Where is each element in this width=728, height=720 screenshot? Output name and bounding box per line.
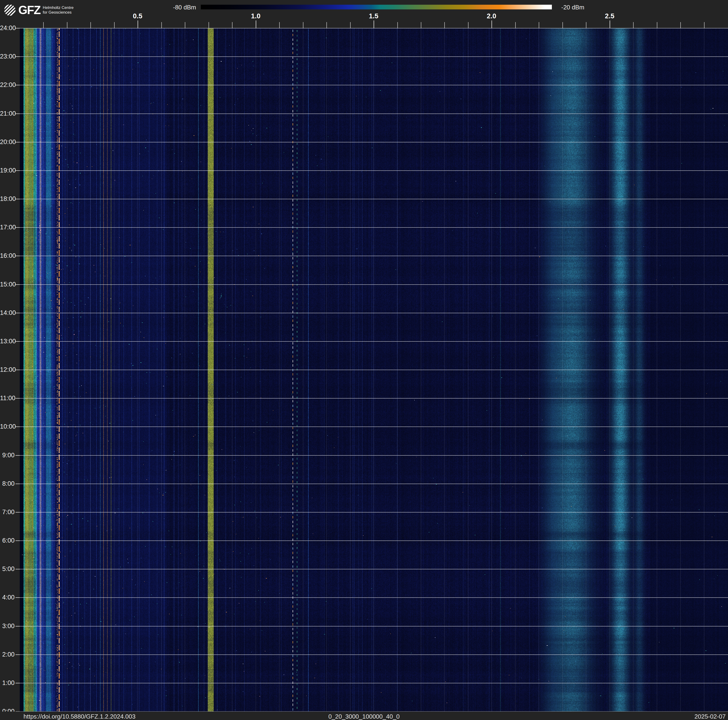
hour-gridline [20, 170, 728, 171]
time-tick [15, 227, 20, 228]
time-tick [15, 569, 20, 569]
time-tick [15, 199, 20, 199]
hour-gridline [20, 398, 728, 398]
logo-subtitle-line2: for Geosciences [43, 10, 73, 15]
time-tick [15, 57, 20, 57]
hour-gridline [20, 199, 728, 199]
time-tick [15, 341, 20, 342]
hour-gridline [20, 28, 728, 28]
freq-tick [43, 22, 44, 28]
colorbar [201, 5, 552, 9]
freq-tick [397, 22, 398, 28]
freq-tick [610, 20, 610, 28]
freq-gridline [279, 28, 280, 712]
hour-gridline [20, 626, 728, 627]
freq-tick [303, 22, 303, 28]
hour-gridline [20, 654, 728, 655]
freq-axis-label: 2.5 [600, 12, 619, 20]
gfz-logo-icon [4, 5, 15, 16]
freq-tick [279, 22, 280, 28]
freq-tick [208, 22, 209, 28]
time-axis-label: 16:00 [0, 252, 15, 259]
freq-gridline [657, 28, 657, 712]
hour-gridline [20, 370, 728, 370]
freq-tick [563, 22, 563, 28]
freq-tick [114, 22, 115, 28]
freq-gridline [114, 28, 115, 712]
freq-gridline [350, 28, 350, 712]
freq-tick [326, 22, 327, 28]
logo-text: GFZ [18, 3, 40, 17]
freq-tick [256, 20, 256, 28]
time-axis-label: 10:00 [0, 423, 15, 430]
time-axis-label: 17:00 [0, 224, 15, 231]
colorbar-min-label: -80 dBm [162, 4, 196, 11]
hour-gridline [20, 256, 728, 256]
time-tick [15, 28, 20, 28]
hour-gridline [20, 57, 728, 57]
freq-gridline [208, 28, 209, 712]
time-tick [15, 142, 20, 142]
hour-gridline [20, 541, 728, 541]
freq-tick [539, 22, 539, 28]
freq-tick [185, 22, 185, 28]
freq-tick [680, 22, 681, 28]
freq-tick [468, 22, 468, 28]
freq-tick [633, 22, 633, 28]
time-axis-label: 21:00 [0, 110, 15, 117]
freq-gridline [586, 28, 586, 712]
freq-gridline [610, 28, 610, 712]
freq-axis-label: 0.5 [128, 12, 147, 20]
time-tick [15, 113, 20, 114]
hour-gridline [20, 227, 728, 228]
time-axis-label: 4:00 [0, 594, 15, 601]
time-tick [15, 85, 20, 85]
freq-axis-label: 2.0 [482, 12, 501, 20]
hour-gridline [20, 455, 728, 456]
freq-tick [586, 22, 586, 28]
freq-gridline [326, 28, 327, 712]
time-axis-label: 8:00 [0, 480, 15, 487]
time-tick [15, 683, 20, 683]
freq-tick [374, 20, 374, 28]
time-axis-label: 23:00 [0, 53, 15, 60]
freq-tick [491, 20, 492, 28]
time-tick [15, 426, 20, 427]
freq-gridline [633, 28, 633, 712]
freq-tick [515, 22, 516, 28]
footer-bar: https://doi.org/10.5880/GFZ.1.2.2024.003… [0, 712, 728, 720]
freq-gridline [90, 28, 91, 712]
plot-area [20, 28, 728, 712]
freq-gridline [515, 28, 515, 712]
freq-tick [444, 22, 445, 28]
time-axis-label: 13:00 [0, 338, 15, 345]
time-axis-label: 15:00 [0, 281, 15, 288]
freq-tick [232, 22, 232, 28]
logo-subtitle: Helmholtz Centre for Geosciences [43, 5, 73, 15]
time-tick [15, 654, 20, 655]
hour-gridline [20, 683, 728, 683]
time-tick [15, 455, 20, 456]
time-axis-label: 19:00 [0, 167, 15, 174]
time-tick [15, 284, 20, 285]
freq-gridline [161, 28, 162, 712]
time-axis-label: 7:00 [0, 509, 15, 516]
hour-gridline [20, 426, 728, 427]
time-tick [15, 626, 20, 627]
time-axis-label: 18:00 [0, 195, 15, 202]
time-tick [15, 170, 20, 171]
time-axis-label: 20:00 [0, 138, 15, 146]
freq-tick [67, 22, 67, 28]
freq-gridline [468, 28, 468, 712]
time-axis-label: 1:00 [0, 679, 15, 686]
time-axis-label: 22:00 [0, 81, 15, 89]
time-tick [15, 512, 20, 513]
freq-gridline [680, 28, 681, 712]
freq-gridline [397, 28, 398, 712]
time-axis-label: 24:00 [0, 25, 15, 32]
time-axis-label: 3:00 [0, 622, 15, 630]
hour-gridline [20, 512, 728, 513]
freq-tick [350, 22, 350, 28]
hour-gridline [20, 85, 728, 85]
time-axis-label: 12:00 [0, 366, 15, 374]
